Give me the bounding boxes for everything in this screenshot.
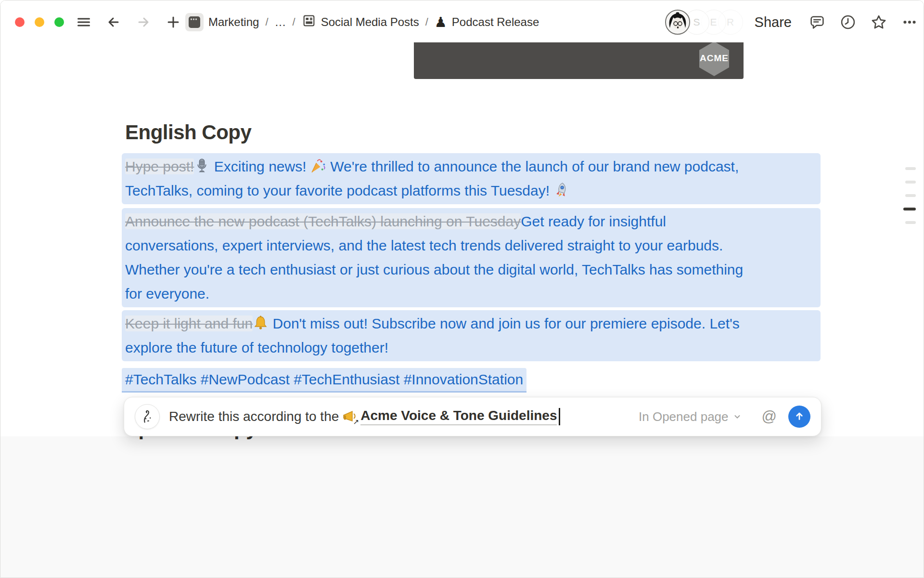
outline-mark-active[interactable]: [903, 208, 916, 210]
back-button[interactable]: [105, 14, 122, 30]
party-popper-emoji: [310, 155, 326, 179]
zoom-button[interactable]: [54, 17, 64, 27]
breadcrumb: Marketing / … / Social Media Posts / ♟ P…: [185, 12, 539, 32]
close-button[interactable]: [15, 17, 25, 27]
ai-suggestion-paragraph[interactable]: Keep it light and fun Don't miss out! Su…: [122, 310, 821, 361]
avatar[interactable]: [665, 10, 690, 35]
ai-suggestion-paragraph[interactable]: Announce the new podcast (TechTalks) lau…: [122, 208, 821, 307]
favorite-button[interactable]: [871, 14, 887, 30]
app-window: Marketing / … / Social Media Posts / ♟ P…: [0, 0, 924, 578]
outline-mark[interactable]: [905, 167, 916, 170]
bell-emoji: [253, 312, 269, 336]
hashtags-line[interactable]: #TechTalks #NewPodcast #TechEnthusiast #…: [122, 368, 526, 393]
titlebar: Marketing / … / Social Media Posts / ♟ P…: [0, 0, 924, 42]
ai-suggestion-paragraph[interactable]: Hype post! Exciting news! We're thrilled…: [122, 153, 821, 204]
star-icon: [870, 13, 887, 31]
plus-icon: [166, 14, 181, 30]
breadcrumb-item-collapsed[interactable]: …: [275, 15, 286, 29]
breadcrumb-label: Marketing: [208, 15, 259, 29]
history-button[interactable]: [840, 14, 856, 30]
breadcrumb-separator: /: [425, 16, 428, 28]
breadcrumb-label: Podcast Release: [452, 15, 539, 29]
arrow-up-icon: [793, 410, 806, 424]
outline-mark[interactable]: [905, 181, 916, 184]
scope-label: In Opened page: [639, 409, 729, 424]
comments-button[interactable]: [809, 14, 825, 30]
page-layout-icon: [302, 13, 316, 31]
back-arrow-icon: [106, 14, 121, 30]
suggested-text: conversations, expert interviews, and th…: [125, 237, 723, 253]
megaphone-emoji: ↗: [342, 409, 357, 424]
ellipsis-icon: [901, 13, 918, 31]
page-cover-image[interactable]: ACME: [414, 42, 744, 79]
prompt-prefix: Rewrite this according to the: [169, 409, 339, 424]
clock-icon: [839, 13, 857, 31]
ai-prompt-text[interactable]: Rewrite this according to the ↗ Acme Voi…: [169, 408, 560, 425]
suggested-text: Get ready for insightful: [521, 213, 666, 229]
breadcrumb-item-marketing[interactable]: Marketing: [185, 13, 259, 31]
acme-logo-text: ACME: [699, 53, 729, 64]
presence-avatars: S E R: [665, 9, 737, 35]
breadcrumb-item-social-media-posts[interactable]: Social Media Posts: [302, 13, 419, 31]
marketing-board-icon: [185, 13, 204, 31]
scope-selector[interactable]: In Opened page: [639, 409, 742, 424]
breadcrumb-label: Social Media Posts: [321, 15, 419, 29]
deleted-text: Keep it light and fun: [125, 315, 253, 331]
more-options-button[interactable]: [901, 14, 918, 30]
send-button[interactable]: [788, 406, 810, 428]
microphone-emoji: [194, 155, 210, 179]
page-link-arrow-icon: ↗: [353, 419, 360, 426]
deleted-text: Announce the new podcast (TechTalks) lau…: [125, 213, 521, 229]
page-outline-indicator: [905, 167, 916, 235]
chevron-down-icon: [733, 409, 742, 424]
forward-button[interactable]: [135, 14, 152, 30]
pawn-icon: ♟: [435, 15, 447, 29]
traffic-lights: [15, 17, 64, 27]
suggested-text: Don't miss out! Subscribe now and join u…: [269, 315, 740, 331]
outline-mark[interactable]: [905, 221, 916, 224]
titlebar-right: S E R Share: [665, 9, 918, 35]
minimize-button[interactable]: [35, 17, 44, 27]
mention-label: Acme Voice & Tone Guidelines: [360, 408, 557, 425]
section-heading-english-copy: English Copy: [125, 121, 251, 144]
breadcrumb-item-podcast-release[interactable]: ♟ Podcast Release: [435, 15, 539, 29]
breadcrumb-separator: /: [265, 16, 268, 28]
hamburger-icon: [76, 14, 91, 30]
page-mention-acme-guidelines[interactable]: ↗ Acme Voice & Tone Guidelines: [342, 408, 557, 425]
forward-arrow-icon: [136, 14, 151, 30]
suggested-text: Whether you're a tech enthusiast or just…: [125, 262, 743, 277]
outline-mark[interactable]: [905, 194, 916, 197]
sidebar-menu-button[interactable]: [76, 14, 92, 30]
share-button[interactable]: Share: [752, 13, 795, 32]
notion-ai-face-icon: [135, 404, 160, 429]
deleted-text: Hype post!: [125, 158, 194, 174]
dimmed-content-overlay: [0, 436, 924, 578]
comment-icon: [808, 13, 826, 31]
breadcrumb-separator: /: [293, 16, 295, 28]
suggested-text: explore the future of technology togethe…: [125, 340, 388, 355]
suggested-text: for everyone.: [125, 286, 209, 302]
rocket-emoji: [553, 179, 569, 203]
ai-prompt-bar[interactable]: Rewrite this according to the ↗ Acme Voi…: [124, 397, 821, 436]
nav-controls: [76, 14, 181, 30]
suggested-text: TechTalks, coming to your favorite podca…: [125, 183, 553, 198]
acme-logo: ACME: [699, 41, 729, 76]
suggested-text: Exciting news!: [210, 158, 310, 174]
text-cursor: [559, 408, 560, 425]
new-tab-button[interactable]: [165, 14, 181, 30]
mention-at-button[interactable]: @: [762, 408, 777, 425]
suggested-text: We're thrilled to announce the launch of…: [326, 158, 739, 174]
